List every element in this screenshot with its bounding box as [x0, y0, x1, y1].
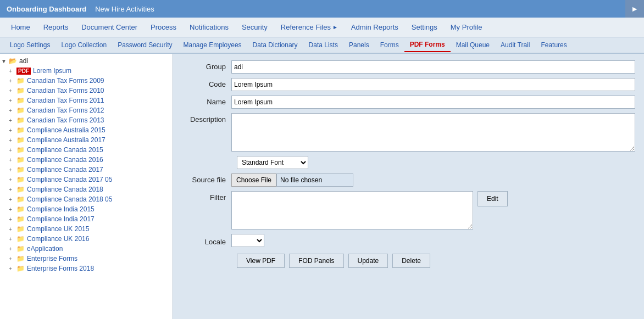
root-toggle[interactable]: ▼: [1, 58, 9, 64]
item-toggle[interactable]: +: [9, 167, 16, 173]
code-input[interactable]: [231, 78, 635, 91]
item-toggle[interactable]: +: [9, 108, 16, 114]
item-label[interactable]: Compliance Canada 2017 05: [27, 176, 112, 183]
view-pdf-button[interactable]: View PDF: [237, 254, 285, 268]
tree-item-compliance-can-2015[interactable]: + 📁 Compliance Canada 2015: [0, 145, 173, 155]
item-label[interactable]: Enterprise Forms 2018: [27, 265, 94, 272]
item-toggle[interactable]: +: [9, 226, 16, 232]
group-input[interactable]: [231, 60, 635, 74]
subnav-data-dictionary[interactable]: Data Dictionary: [247, 38, 303, 52]
tree-root-adi[interactable]: ▼ 📂 adi: [0, 56, 173, 66]
item-toggle[interactable]: +: [9, 256, 16, 262]
item-label[interactable]: Compliance Canada 2015: [27, 146, 103, 154]
expand-button[interactable]: ►: [625, 0, 644, 18]
item-label[interactable]: Canadian Tax Forms 2011: [27, 97, 104, 104]
tree-item-canadian-2011[interactable]: + 📁 Canadian Tax Forms 2011: [0, 96, 173, 105]
item-toggle[interactable]: +: [9, 236, 16, 242]
nav-my-profile[interactable]: My Profile: [444, 19, 489, 36]
edit-button[interactable]: Edit: [478, 191, 508, 206]
nav-settings[interactable]: Settings: [405, 19, 444, 36]
item-toggle[interactable]: +: [9, 177, 16, 183]
tree-item-canadian-2009[interactable]: + 📁 Canadian Tax Forms 2009: [0, 76, 173, 86]
delete-button[interactable]: Delete: [392, 254, 430, 268]
item-label[interactable]: Compliance Canada 2016: [27, 156, 103, 164]
nav-process[interactable]: Process: [144, 19, 183, 36]
tree-item-compliance-can-2018-05[interactable]: + 📁 Compliance Canada 2018 05: [0, 194, 173, 204]
item-toggle[interactable]: +: [9, 206, 16, 212]
subnav-mail-queue[interactable]: Mail Queue: [451, 38, 495, 52]
locale-select[interactable]: [231, 234, 264, 247]
subnav-forms[interactable]: Forms: [375, 38, 404, 52]
tree-item-compliance-uk-2016[interactable]: + 📁 Compliance UK 2016: [0, 234, 173, 244]
nav-home[interactable]: Home: [4, 19, 37, 36]
subnav-features[interactable]: Features: [535, 38, 572, 52]
subnav-audit-trail[interactable]: Audit Trail: [495, 38, 535, 52]
item-toggle[interactable]: +: [9, 197, 16, 203]
nav-admin-reports[interactable]: Admin Reports: [345, 19, 405, 36]
update-button[interactable]: Update: [348, 254, 388, 268]
item-label[interactable]: Enterprise Forms: [27, 255, 77, 262]
tree-item-compliance-can-2016[interactable]: + 📁 Compliance Canada 2016: [0, 155, 173, 165]
tree-item-enterprise-forms-2018[interactable]: + 📁 Enterprise Forms 2018: [0, 264, 173, 273]
fod-panels-button[interactable]: FOD Panels: [289, 254, 343, 268]
item-label[interactable]: Compliance India 2017: [27, 215, 95, 223]
tree-item-compliance-aus-2017[interactable]: + 📁 Compliance Australia 2017: [0, 135, 173, 145]
item-toggle[interactable]: +: [9, 68, 16, 74]
subnav-pdf-forms[interactable]: PDF Forms: [404, 38, 451, 52]
nav-reports[interactable]: Reports: [37, 19, 75, 36]
item-toggle[interactable]: +: [9, 98, 16, 104]
filter-textarea[interactable]: [231, 191, 473, 230]
tree-item-canadian-2013[interactable]: + 📁 Canadian Tax Forms 2013: [0, 115, 173, 125]
subnav-password-security[interactable]: Password Security: [112, 38, 177, 52]
item-label-lorem-ipsum[interactable]: Lorem Ipsum: [33, 67, 71, 75]
new-hire-link[interactable]: New Hire Activities: [95, 5, 154, 13]
font-select[interactable]: Standard Font: [237, 156, 308, 169]
subnav-logo-settings[interactable]: Logo Settings: [4, 38, 55, 52]
item-toggle[interactable]: +: [9, 216, 16, 222]
item-toggle[interactable]: +: [9, 88, 16, 94]
tree-item-compliance-india-2017[interactable]: + 📁 Compliance India 2017: [0, 214, 173, 224]
nav-notifications[interactable]: Notifications: [183, 19, 235, 36]
item-label[interactable]: Canadian Tax Forms 2010: [27, 87, 104, 94]
item-label[interactable]: Canadian Tax Forms 2012: [27, 107, 104, 114]
item-label[interactable]: Canadian Tax Forms 2013: [27, 116, 104, 124]
tree-item-canadian-2010[interactable]: + 📁 Canadian Tax Forms 2010: [0, 86, 173, 96]
item-label[interactable]: Compliance Australia 2017: [27, 136, 106, 144]
name-input[interactable]: [231, 96, 635, 109]
tree-item-compliance-aus-2015[interactable]: + 📁 Compliance Australia 2015: [0, 125, 173, 135]
item-toggle[interactable]: +: [9, 157, 16, 163]
tree-item-compliance-india-2015[interactable]: + 📁 Compliance India 2015: [0, 204, 173, 214]
tree-item-enterprise-forms[interactable]: + 📁 Enterprise Forms: [0, 254, 173, 264]
item-toggle[interactable]: +: [9, 187, 16, 193]
item-label[interactable]: Compliance Canada 2018 05: [27, 195, 112, 203]
description-textarea[interactable]: [231, 113, 635, 152]
item-toggle[interactable]: +: [9, 246, 16, 252]
tree-item-lorem-ipsum[interactable]: + PDF Lorem Ipsum: [0, 66, 173, 76]
nav-security[interactable]: Security: [235, 19, 274, 36]
item-toggle[interactable]: +: [9, 147, 16, 153]
item-label[interactable]: Canadian Tax Forms 2009: [27, 77, 104, 85]
item-label[interactable]: Compliance India 2015: [27, 205, 95, 213]
subnav-logo-collection[interactable]: Logo Collection: [55, 38, 112, 52]
tree-item-compliance-can-2017[interactable]: + 📁 Compliance Canada 2017: [0, 165, 173, 175]
item-toggle[interactable]: +: [9, 137, 16, 143]
item-toggle[interactable]: +: [9, 127, 16, 133]
item-label[interactable]: eApplication: [27, 245, 63, 253]
item-label[interactable]: Compliance Canada 2018: [27, 186, 103, 193]
tree-item-canadian-2012[interactable]: + 📁 Canadian Tax Forms 2012: [0, 105, 173, 115]
item-toggle[interactable]: +: [9, 78, 16, 84]
item-label[interactable]: Compliance UK 2016: [27, 235, 89, 243]
tree-item-compliance-can-2018[interactable]: + 📁 Compliance Canada 2018: [0, 184, 173, 194]
tree-item-compliance-uk-2015[interactable]: + 📁 Compliance UK 2015: [0, 224, 173, 234]
tree-item-eapplication[interactable]: + 📁 eApplication: [0, 244, 173, 254]
choose-file-button[interactable]: Choose File: [231, 174, 276, 187]
nav-reference-files[interactable]: Reference Files ►: [274, 19, 345, 36]
item-toggle[interactable]: +: [9, 117, 16, 124]
item-label[interactable]: Compliance Canada 2017: [27, 166, 103, 174]
subnav-manage-employees[interactable]: Manage Employees: [178, 38, 247, 52]
item-label[interactable]: Compliance Australia 2015: [27, 126, 106, 134]
nav-document-center[interactable]: Document Center: [75, 19, 144, 36]
item-label[interactable]: Compliance UK 2015: [27, 225, 89, 233]
subnav-panels[interactable]: Panels: [343, 38, 375, 52]
subnav-data-lists[interactable]: Data Lists: [303, 38, 343, 52]
